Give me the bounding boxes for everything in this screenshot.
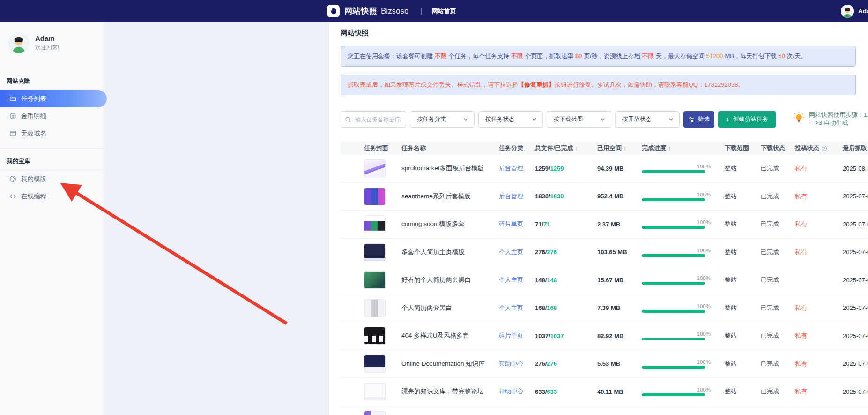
sidebar-item-无效域名[interactable]: 无效域名 bbox=[0, 125, 104, 142]
brand-subtitle: Bizsoso bbox=[381, 7, 409, 16]
sort-asc-icon[interactable]: ↑ bbox=[623, 145, 627, 152]
task-size: 40.11 MB bbox=[597, 388, 642, 395]
main-content: 网站快照 您正在使用套餐：该套餐可创建 不限 个任务，每个任务支持 不限 个页面… bbox=[329, 22, 868, 415]
sidebar-item-在线编程[interactable]: 在线编程 bbox=[0, 188, 104, 205]
sidebar-user-card: Adam 欢迎回来! bbox=[8, 32, 104, 53]
last-crawl-time: 2025-07-0 bbox=[843, 193, 868, 200]
download-range: 整站 bbox=[725, 276, 761, 284]
task-thumbnail[interactable] bbox=[364, 188, 386, 205]
search-input[interactable] bbox=[354, 116, 402, 123]
notice-segment: 抓取完成后，如果发现图片或文件丢失、样式错乱，请下拉选择 bbox=[348, 81, 518, 88]
publish-status: 私有 bbox=[795, 360, 843, 368]
progress-label: 100% bbox=[642, 164, 711, 169]
task-category: 个人主页 bbox=[499, 304, 535, 312]
progress-bar: 100% bbox=[642, 331, 705, 340]
files-total: 168/ bbox=[535, 304, 547, 311]
column-header-label: 任务分类 bbox=[499, 144, 523, 152]
dropdown-label: 按任务分类 bbox=[417, 115, 446, 123]
create-task-button[interactable]: + 创建仿站任务 bbox=[718, 111, 776, 128]
sidebar-item-label: 任务列表 bbox=[21, 95, 46, 103]
sidebar-item-我的模版[interactable]: 我的模版 bbox=[0, 170, 104, 188]
task-category: 碎片单页 bbox=[499, 220, 535, 228]
progress-track bbox=[642, 366, 705, 369]
task-thumbnail[interactable] bbox=[364, 159, 386, 177]
task-category: 后台管理 bbox=[499, 164, 535, 173]
task-progress-cell: 100% bbox=[642, 303, 725, 313]
task-files: 1259/1259 bbox=[535, 165, 597, 172]
column-header-完成进度[interactable]: 完成进度↑ bbox=[642, 144, 725, 152]
download-range: 整站 bbox=[725, 192, 761, 201]
files-done: 1830 bbox=[550, 193, 564, 200]
progress-fill bbox=[642, 393, 705, 396]
nav-home-link[interactable]: 网站首页 bbox=[432, 7, 456, 15]
task-thumbnail[interactable] bbox=[364, 299, 386, 317]
code-icon bbox=[9, 193, 16, 200]
table-row: 好看的个人简历两套黑白个人主页148/14815.67 MB100%整站已完成2… bbox=[341, 266, 868, 294]
sidebar-section-title: 网站克隆 bbox=[0, 75, 104, 90]
task-cover-cell bbox=[364, 383, 401, 400]
task-files: 276/276 bbox=[535, 249, 597, 256]
task-thumbnail[interactable] bbox=[364, 327, 386, 345]
sidebar-item-任务列表[interactable]: 任务列表 bbox=[0, 90, 107, 107]
folder-icon bbox=[9, 95, 16, 102]
progress-bar: 100% bbox=[642, 219, 705, 229]
task-progress-cell: 100% bbox=[642, 248, 725, 257]
sort-asc-icon[interactable]: ↑ bbox=[575, 145, 579, 152]
notice-segment: 按钮进行修复。多试几次，如需协助，请联系客服QQ：1781292038。 bbox=[555, 81, 744, 88]
user-avatar[interactable] bbox=[841, 5, 854, 18]
task-thumbnail[interactable] bbox=[364, 243, 386, 261]
last-crawl-time: 2025-07-0 bbox=[843, 388, 868, 395]
files-total: 1037/ bbox=[535, 332, 550, 340]
help-icon[interactable]: ? bbox=[821, 145, 827, 151]
progress-fill bbox=[642, 282, 705, 285]
sort-asc-icon[interactable]: ↑ bbox=[668, 145, 671, 152]
filter-button[interactable]: 筛选 bbox=[683, 111, 714, 128]
task-files: 168/168 bbox=[535, 304, 597, 311]
notice-segment: 51200 bbox=[706, 53, 723, 60]
task-files: 71/71 bbox=[535, 221, 597, 228]
dropdown-按任务分类[interactable]: 按任务分类 bbox=[410, 111, 475, 128]
sidebar: Adam 欢迎回来! 网站克隆任务列表$金币明细无效域名我的宝库我的模版在线编程 bbox=[0, 22, 104, 415]
task-thumbnail[interactable] bbox=[364, 411, 386, 415]
task-category: 帮助中心 bbox=[499, 387, 535, 396]
task-progress-cell: 100% bbox=[642, 219, 725, 229]
dropdown-按下载范围[interactable]: 按下载范围 bbox=[547, 111, 611, 128]
download-range: 整站 bbox=[725, 304, 761, 312]
table-row: sprukomarket多面板后台模版后台管理1259/125994.39 MB… bbox=[341, 155, 868, 183]
table-row: seantheme系列后套模版后台管理1830/1830952.4 MB100%… bbox=[341, 183, 868, 211]
column-header-任务分类: 任务分类 bbox=[499, 144, 535, 152]
task-name: 好看的个人简历两套黑白 bbox=[401, 276, 499, 284]
column-header-label: 总文件/已完成 bbox=[535, 144, 573, 152]
caret-down-icon bbox=[463, 117, 468, 122]
task-size: 2.37 MB bbox=[597, 221, 642, 228]
task-thumbnail[interactable] bbox=[364, 355, 386, 373]
column-header-已用空间[interactable]: 已用空间↑ bbox=[597, 144, 642, 152]
progress-track bbox=[642, 282, 705, 285]
task-name: 多套个人简历主页模版 bbox=[401, 248, 499, 257]
progress-track bbox=[642, 254, 705, 257]
last-crawl-time: 2025-07-0 bbox=[843, 304, 868, 311]
dropdown-按任务状态[interactable]: 按任务状态 bbox=[478, 111, 543, 128]
task-files: 1037/1037 bbox=[535, 332, 597, 340]
files-total: 71/ bbox=[535, 221, 543, 228]
sidebar-item-金币明细[interactable]: $金币明细 bbox=[0, 107, 104, 125]
task-size: 103.65 MB bbox=[597, 249, 642, 256]
column-header-总文件/已完成[interactable]: 总文件/已完成↑ bbox=[535, 144, 597, 152]
task-thumbnail[interactable] bbox=[364, 383, 386, 400]
publish-status: 私有 bbox=[795, 164, 843, 173]
dropdown-按开放状态[interactable]: 按开放状态 bbox=[615, 111, 680, 128]
download-status: 已完成 bbox=[761, 164, 795, 173]
last-crawl-time: 2025-07-0 bbox=[843, 249, 868, 256]
progress-bar: 100% bbox=[642, 387, 705, 396]
navbar-user[interactable]: Adam bbox=[841, 0, 868, 22]
search-box[interactable] bbox=[341, 111, 406, 128]
navbar-user-name: Adam bbox=[858, 8, 868, 15]
task-thumbnail[interactable] bbox=[364, 215, 386, 233]
column-header-label: 已用空间 bbox=[597, 144, 622, 152]
download-range: 整站 bbox=[725, 360, 761, 368]
table-row: coming soon 模版多套碎片单页71/712.37 MB100%整站已完… bbox=[341, 211, 868, 239]
caret-down-icon bbox=[532, 117, 537, 122]
progress-track bbox=[642, 170, 705, 173]
task-thumbnail[interactable] bbox=[364, 271, 386, 289]
plan-notice-banner: 您正在使用套餐：该套餐可创建 不限 个任务，每个任务支持 不限 个页面，抓取速率… bbox=[341, 46, 856, 67]
